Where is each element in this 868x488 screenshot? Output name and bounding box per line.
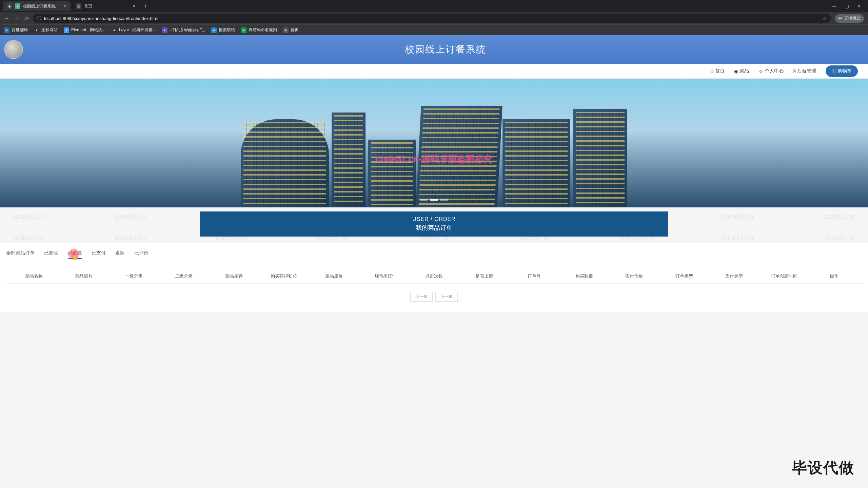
bookmark-item[interactable]: ●Layui - 经典开源模... (112, 27, 156, 33)
url-bar[interactable]: ⓘ localhost:8080/xiaoyuanxianshangdingca… (33, 14, 831, 23)
nav-link-icon: ☺ (758, 68, 763, 74)
url-text: localhost:8080/xiaoyuanxianshangdingcan/… (44, 16, 158, 21)
filter-tab[interactable]: 已支付 (92, 250, 106, 259)
section-banner: USER / ORDER 我的菜品订单 (200, 211, 668, 237)
filter-tab[interactable]: 全部菜品订单 (6, 250, 35, 259)
carousel-dot[interactable] (420, 199, 428, 201)
site-info-icon[interactable]: ⓘ (37, 15, 41, 21)
bookmark-label: Layui - 经典开源模... (119, 27, 156, 33)
bookmark-favicon-icon: ● (112, 27, 117, 33)
filter-tab[interactable]: 已评价 (134, 250, 149, 259)
bookmark-item[interactable]: ●搜索壁纸 (211, 27, 235, 33)
bookmark-label: 首页 (291, 27, 299, 33)
new-tab-button[interactable]: + (141, 1, 150, 11)
bookmark-item[interactable]: ●百度翻译 (4, 27, 28, 33)
nav-icons: ← → ⟳ (4, 15, 29, 22)
prev-page-button[interactable]: 上一页 (410, 292, 433, 302)
table-header-cell: 菜品名称 (9, 273, 59, 279)
table-header-row: 菜品名称菜品照片一级分类二级分类菜品库存购买获得积分菜品原价现价/积分点击次数是… (6, 269, 862, 284)
incognito-badge[interactable]: 🕶 无痕模式 (835, 14, 864, 23)
table-header-cell: 购买数量 (559, 273, 609, 279)
order-table: 菜品名称菜品照片一级分类二级分类菜品库存购买获得积分菜品原价现价/积分点击次数是… (6, 269, 862, 284)
order-section: 👆 全部菜品订单已签收已派送已支付退款已评价 菜品名称菜品照片一级分类二级分类菜… (0, 243, 868, 312)
table-header-cell: 购买获得积分 (259, 273, 309, 279)
filter-tab[interactable]: 已签收 (44, 250, 58, 259)
bookmark-item[interactable]: ●Element - 网站快... (64, 27, 105, 33)
bookmark-label: 搜索壁纸 (219, 27, 235, 33)
tab-favicon-icon: ◎ (76, 3, 81, 9)
bookmark-favicon-icon: ● (34, 27, 39, 33)
pagination: 上一页 下一页 (6, 292, 862, 302)
nav-link[interactable]: ◉菜品 (734, 68, 749, 74)
bookmark-favicon-icon: ● (64, 27, 69, 33)
cart-label: 购物车 (837, 68, 852, 74)
bookmark-item[interactable]: ●HTML5 Website T... (162, 27, 205, 33)
table-header-cell: 订单创建时间 (759, 273, 809, 279)
page-content: code51.cncode51.cncode51.cncode51.cncode… (0, 35, 868, 312)
close-icon[interactable]: ✕ (63, 4, 66, 8)
table-header-cell: 支付类型 (709, 273, 759, 279)
browser-chrome: ◈ V 校园线上订餐系统 ✕ ◎ 首页 ✕ + ― ▢ ✕ ← → ⟳ ⓘ lo… (0, 0, 868, 35)
main-nav: ⌂首页◉菜品☺个人中心⎘后台管理 🛒购物车 (0, 64, 868, 79)
tab-favicon-icon: ◈ (7, 3, 12, 9)
bookmark-item[interactable]: ●首页 (283, 27, 299, 33)
nav-link[interactable]: ⌂首页 (711, 68, 724, 74)
table-header-cell: 订单号 (509, 273, 559, 279)
nav-link-label: 后台管理 (797, 68, 816, 74)
maximize-icon[interactable]: ▢ (845, 3, 849, 9)
nav-link-label: 菜品 (739, 68, 749, 74)
page-title: 校园线上订餐系统 (23, 43, 868, 56)
tab-title: 校园线上订餐系统 (23, 3, 56, 9)
table-header-cell: 一级分类 (109, 273, 159, 279)
hero-banner: code51.cn-源码乐园盗图必究 (0, 79, 868, 207)
nav-link[interactable]: ☺个人中心 (758, 68, 784, 74)
bookmark-favicon-icon: ● (211, 27, 217, 33)
filter-tab[interactable]: 退款 (115, 250, 125, 259)
incognito-label: 无痕模式 (844, 16, 861, 21)
bookmark-label: 百度翻译 (12, 27, 28, 33)
table-header-cell: 实付价格 (609, 273, 659, 279)
minimize-icon[interactable]: ― (832, 3, 836, 9)
table-header-cell: 订单类型 (659, 273, 709, 279)
close-window-icon[interactable]: ✕ (857, 3, 861, 9)
bookmark-label: 表结构命名规则 (249, 27, 277, 33)
page-header: 校园线上订餐系统 (0, 35, 868, 64)
filter-tab[interactable]: 已派送 (68, 250, 82, 259)
carousel-dot[interactable] (440, 199, 448, 201)
window-controls: ― ▢ ✕ (832, 3, 865, 9)
nav-bar: ← → ⟳ ⓘ localhost:8080/xiaoyuanxianshang… (0, 12, 868, 24)
bookmark-label: 图标网站 (41, 27, 58, 33)
back-icon[interactable]: ← (4, 15, 9, 22)
table-header-cell: 操作 (809, 273, 860, 279)
bookmark-item[interactable]: ●表结构命名规则 (241, 27, 277, 33)
bookmark-item[interactable]: ●图标网站 (34, 27, 58, 33)
next-page-button[interactable]: 下一页 (435, 292, 458, 302)
cart-icon: 🛒 (832, 68, 837, 74)
table-header-cell: 菜品原价 (309, 273, 359, 279)
tab-title: 首页 (84, 3, 92, 9)
nav-link-label: 个人中心 (765, 68, 784, 74)
section-title-cn: 我的菜品订单 (204, 224, 664, 232)
table-header-cell: 现价/积分 (359, 273, 409, 279)
bookmark-favicon-icon: ● (241, 27, 246, 33)
bookmark-favicon-icon: ● (283, 27, 289, 33)
browser-tab[interactable]: ◎ 首页 ✕ (72, 1, 140, 11)
bookmark-star-icon[interactable]: ☆ (823, 16, 827, 21)
close-icon[interactable]: ✕ (132, 4, 136, 8)
section-title-en: USER / ORDER (204, 216, 664, 222)
browser-tab-active[interactable]: ◈ V 校园线上订餐系统 ✕ (3, 1, 71, 11)
forward-icon[interactable]: → (14, 15, 20, 22)
incognito-icon: 🕶 (838, 16, 842, 21)
nav-link-icon: ⌂ (711, 68, 713, 74)
reload-icon[interactable]: ⟳ (24, 15, 29, 22)
table-header-cell: 菜品库存 (209, 273, 259, 279)
carousel-dot-active[interactable] (430, 199, 438, 201)
bookmarks-bar: ●百度翻译●图标网站●Element - 网站快...●Layui - 经典开源… (0, 24, 868, 35)
nav-link[interactable]: ⎘后台管理 (793, 68, 816, 74)
cart-button[interactable]: 🛒购物车 (826, 65, 858, 77)
bookmark-label: Element - 网站快... (71, 27, 105, 33)
table-header-cell: 点击次数 (409, 273, 459, 279)
bookmark-favicon-icon: ● (162, 27, 167, 33)
tab-favicon-icon: V (15, 3, 20, 9)
avatar[interactable] (4, 40, 23, 59)
